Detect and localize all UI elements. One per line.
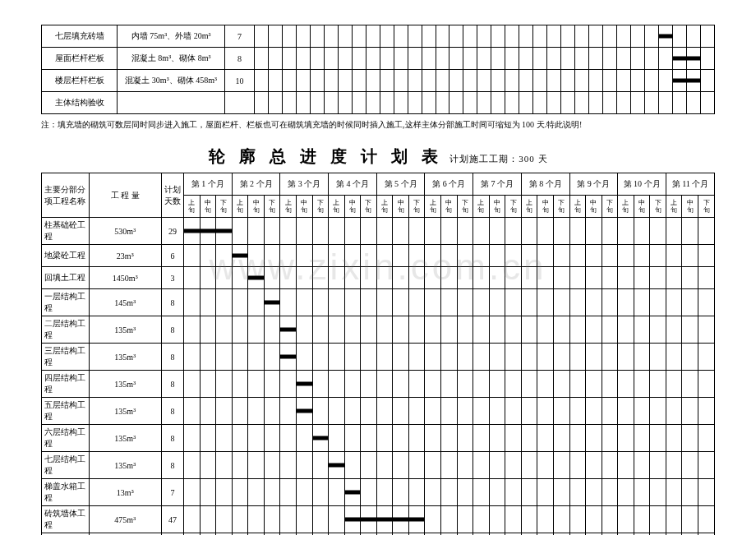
gantt-cell [425, 344, 441, 371]
gantt-cell [184, 506, 201, 533]
gantt-cell [329, 218, 345, 245]
gantt-cell [553, 506, 569, 533]
gantt-cell [393, 267, 409, 289]
gantt-cell [634, 506, 650, 533]
gantt-cell [682, 289, 698, 316]
gantt-cell [521, 289, 537, 316]
gantt-cell [473, 245, 490, 267]
gantt-cell [666, 425, 682, 452]
gantt-cell [457, 218, 473, 245]
gantt-cell [618, 245, 634, 267]
gantt-cell [408, 371, 425, 398]
gantt-cell [366, 92, 380, 114]
gantt-cell [618, 289, 634, 316]
gantt-cell [682, 218, 698, 245]
gantt-cell [393, 425, 409, 452]
gantt-bar [297, 382, 312, 386]
gantt-cell [477, 25, 491, 48]
row-days: 3 [161, 267, 183, 289]
gantt-cell [232, 371, 248, 398]
gantt-cell [216, 289, 233, 316]
gantt-cell [586, 267, 602, 289]
gantt-cell [441, 479, 458, 506]
gantt-cell [602, 371, 618, 398]
gantt-cell [324, 25, 338, 48]
gantt-cell [296, 425, 312, 452]
table-row: 七层填充砖墙内墙 75m³、外墙 20m³7 [42, 25, 715, 48]
gantt-cell [666, 218, 682, 245]
gantt-cell [666, 245, 682, 267]
gantt-cell [645, 70, 659, 92]
gantt-cell [393, 398, 409, 425]
gantt-cell [631, 92, 645, 114]
gantt-cell [477, 92, 491, 114]
gantt-cell [634, 452, 650, 479]
gantt-cell [200, 479, 216, 506]
row-qty [118, 92, 225, 114]
gantt-cell [312, 218, 329, 245]
gantt-cell [634, 398, 650, 425]
row-days: 8 [161, 289, 183, 316]
gantt-cell [553, 289, 569, 316]
gantt-cell [324, 70, 338, 92]
header-subperiod: 上旬 [473, 196, 490, 218]
gantt-cell [672, 92, 686, 114]
gantt-cell [329, 506, 345, 533]
gantt-cell [473, 506, 490, 533]
row-days: 7 [161, 479, 183, 506]
gantt-cell [216, 398, 233, 425]
gantt-cell [666, 316, 682, 344]
gantt-cell [393, 316, 409, 344]
gantt-cell [618, 344, 634, 371]
gantt-cell [698, 398, 715, 425]
gantt-cell [589, 92, 603, 114]
gantt-cell [519, 70, 533, 92]
gantt-cell [477, 70, 491, 92]
gantt-bar [280, 355, 296, 359]
gantt-cell [698, 344, 715, 371]
gantt-cell [184, 245, 201, 267]
gantt-cell [505, 316, 522, 344]
gantt-cell [645, 48, 659, 70]
gantt-cell [698, 506, 715, 533]
gantt-cell [329, 425, 345, 452]
gantt-cell [344, 425, 361, 452]
gantt-cell [618, 479, 634, 506]
gantt-cell [547, 48, 561, 70]
row-qty: 135m³ [89, 371, 161, 398]
gantt-cell [408, 92, 422, 114]
gantt-cell [575, 70, 589, 92]
gantt-cell [232, 289, 248, 316]
gantt-cell [376, 398, 393, 425]
gantt-cell [280, 479, 297, 506]
gantt-cell [200, 267, 216, 289]
gantt-cell [537, 371, 554, 398]
gantt-cell [553, 425, 569, 452]
gantt-cell [686, 25, 700, 48]
gantt-cell [329, 289, 345, 316]
gantt-cell [682, 316, 698, 344]
gantt-cell [232, 267, 248, 289]
gantt-cell [248, 398, 265, 425]
gantt-cell [408, 25, 422, 48]
header-month: 第 8 个月 [521, 173, 569, 196]
header-month: 第 5 个月 [376, 173, 425, 196]
gantt-cell [602, 398, 618, 425]
header-subperiod: 下旬 [457, 196, 473, 218]
gantt-cell [463, 48, 477, 70]
gantt-cell [282, 25, 296, 48]
gantt-cell [312, 398, 329, 425]
gantt-cell [376, 218, 393, 245]
gantt-cell [586, 344, 602, 371]
row-name: 七层填充砖墙 [42, 25, 118, 48]
gantt-cell [441, 506, 458, 533]
gantt-cell [376, 245, 393, 267]
gantt-cell [310, 92, 324, 114]
gantt-cell [569, 425, 586, 452]
row-qty: 内墙 75m³、外墙 20m³ [118, 25, 225, 48]
gantt-cell [586, 425, 602, 452]
gantt-cell [489, 267, 505, 289]
gantt-cell [457, 245, 473, 267]
gantt-cell [296, 479, 312, 506]
gantt-cell [569, 267, 586, 289]
